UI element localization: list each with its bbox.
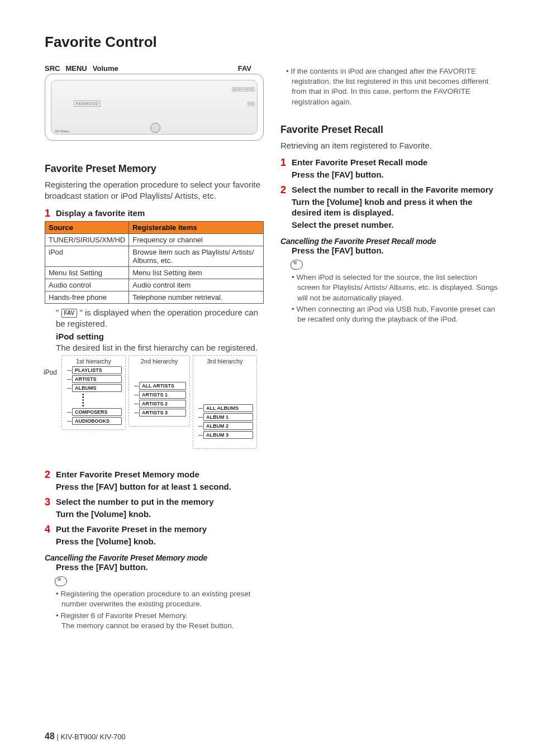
hierarchy-item: COMPOSERS [72, 408, 122, 416]
step-number: 4 [45, 524, 56, 547]
hierarchy-diagram: iPod 1st hierarchy PLAYLISTS ARTISTS ALB… [45, 355, 264, 461]
step-number: 3 [45, 496, 56, 519]
note-item: Registering the operation procedure to a… [56, 589, 264, 609]
table-cell: iPod [45, 246, 129, 267]
fav-device-button: FAV [248, 102, 255, 106]
ipod-root-label: iPod [44, 369, 57, 376]
step-number: 1 [45, 208, 56, 219]
label-volume: Volume [93, 64, 118, 73]
label-menu: MENU [65, 64, 87, 73]
cancel-memory-sub: Press the [FAV] button. [56, 562, 264, 572]
cancel-recall-sub: Press the [FAV] button. [292, 246, 499, 255]
table-cell: Hands-free phone [45, 291, 129, 304]
step-number: 2 [280, 184, 292, 230]
hierarchy-item: ARTISTS [72, 375, 122, 383]
heading-preset-memory: Favorite Preset Memory [45, 163, 264, 175]
table-cell: Browse item such as Playlists/ Artists/ … [129, 246, 264, 267]
step1-title: Display a favorite item [56, 208, 264, 219]
step4-sub: Press the [Volume] knob. [56, 536, 264, 547]
page-number: 48 [45, 731, 55, 741]
recall-step2-sub1: Turn the [Volume] knob and press it when… [292, 197, 499, 218]
label-src: SRC [45, 64, 60, 73]
hierarchy-item: ALL ARTISTS [139, 382, 186, 390]
recall-step1-title: Enter Favorite Preset Recall mode [292, 157, 499, 168]
hd-radio-label: HD Radio [55, 130, 69, 133]
intro-preset-recall: Retrieving an item registered to Favorit… [280, 140, 499, 151]
footer-model: KIV-BT900/ KIV-700 [60, 733, 125, 741]
hierarchy-item: AUDIOBOOKS [72, 417, 122, 425]
note-item: When iPod is selected for the source, th… [292, 272, 499, 303]
hierarchy-item: ALL ALBUMS [203, 404, 253, 412]
table-cell: Audio control item [129, 279, 264, 291]
hierarchy-item: PLAYLISTS [72, 366, 122, 374]
table-cell: Menu list Setting [45, 267, 129, 279]
hierarchy-item: ALBUMS [72, 384, 122, 392]
cancel-memory-heading: Cancelling the Favorite Preset Memory mo… [45, 553, 264, 562]
table-cell: Audio control [45, 279, 129, 291]
hierarchy-item: ALBUM 2 [203, 422, 253, 430]
intro-preset-memory: Registering the operation procedure to s… [45, 179, 264, 202]
hierarchy-item: ALBUM 1 [203, 413, 253, 421]
panel-labels: SRC MENU Volume FAV [45, 64, 264, 73]
hierarchy-label: 3rd hierarchy [197, 358, 253, 365]
table-header: Registerable items [129, 222, 264, 234]
step-number: 1 [280, 157, 292, 180]
hierarchy-label: 2nd hierarchy [132, 358, 186, 365]
hierarchy-item: ARTISTS 2 [139, 400, 186, 408]
hierarchy-label: 1st hierarchy [65, 358, 122, 365]
note-item: If the contents in iPod are changed afte… [286, 66, 499, 107]
heading-preset-recall: Favorite Preset Recall [280, 124, 499, 136]
note-item: Register 6 of Favorite Preset Memory. Th… [56, 611, 264, 631]
step-number: 2 [45, 469, 56, 492]
device-logo: KENWOOD [74, 101, 101, 107]
table-cell: Frequency or channel [129, 234, 264, 246]
ellipsis-icon: ••••• [82, 393, 122, 407]
label-fav: FAV [238, 64, 251, 73]
note-icon [291, 260, 303, 270]
page-footer: 48 | KIV-BT900/ KIV-700 [45, 731, 126, 741]
table-cell: Menu list Setting item [129, 267, 264, 279]
hierarchy-item: ARTISTS 1 [139, 391, 186, 399]
cancel-recall-heading: Cancelling the Favorite Preset Recall mo… [280, 237, 499, 246]
footer-sep: | [55, 733, 61, 741]
fav-chip-icon: FAV [61, 309, 78, 318]
table-cell: Telephone number retrieval. [129, 291, 264, 304]
device-panel-illustration: KENWOOD HD Radio SEARCH MODE FAV [45, 74, 264, 141]
registerable-items-table: Source Registerable items TUNER/SIRIUS/X… [45, 221, 264, 304]
page-title: Favorite Control [45, 34, 499, 51]
step3-sub: Turn the [Volume] knob. [56, 509, 264, 520]
step2-title: Enter Favorite Preset Memory mode [56, 469, 264, 480]
ipod-setting-heading: iPod setting [56, 331, 264, 342]
recall-step2-title: Select the number to recall in the Favor… [292, 184, 499, 195]
volume-knob-icon [150, 123, 160, 133]
ipod-setting-text: The desired list in the first hierarchy … [56, 342, 264, 353]
fav-note-suffix: " is displayed when the operation proced… [56, 308, 258, 328]
search-mode-button: SEARCH MODE [232, 87, 255, 92]
recall-step2-sub2: Select the preset number. [292, 219, 499, 231]
hierarchy-item: ALBUM 3 [203, 431, 253, 439]
step3-title: Select the number to put in the memory [56, 496, 264, 508]
hierarchy-item: ARTISTS 3 [139, 409, 186, 417]
note-icon [55, 576, 67, 586]
fav-note-prefix: " [56, 308, 61, 317]
recall-step1-sub: Press the [FAV] button. [292, 169, 499, 180]
step4-title: Put the Favorite Preset in the memory [56, 524, 264, 535]
note-item: When connecting an iPod via USB hub, Fav… [292, 304, 499, 324]
step2-sub: Press the [FAV] button for at least 1 se… [56, 481, 264, 492]
table-cell: TUNER/SIRIUS/XM/HD [45, 234, 129, 246]
table-header: Source [45, 222, 129, 234]
